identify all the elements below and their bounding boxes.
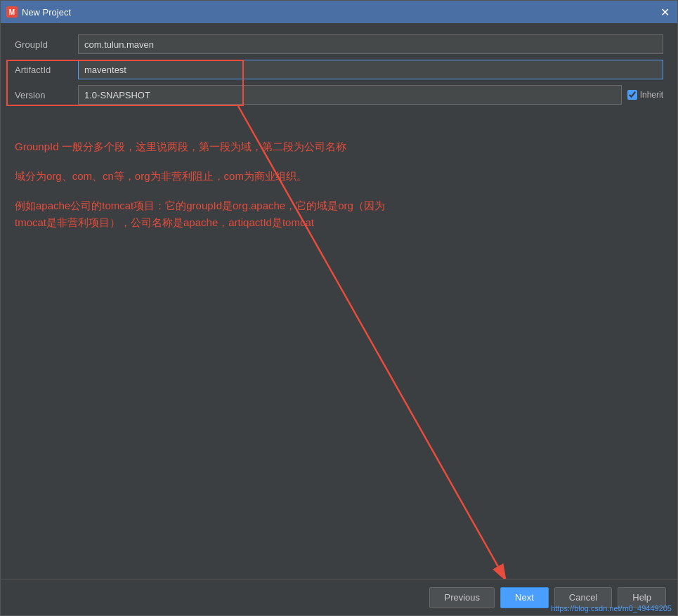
app-icon-label: M bbox=[9, 8, 15, 16]
inherit-label: Inherit bbox=[640, 90, 663, 100]
version-row: Version Inherit bbox=[15, 85, 663, 105]
footer-url: https://blog.csdn.net/m0_49449205 bbox=[551, 604, 672, 612]
annotation-line2: 域分为org、com、cn等，org为非营利阻止，com为商业组织。 bbox=[15, 168, 663, 185]
groupid-input-wrapper bbox=[78, 34, 663, 54]
new-project-window: M New Project ✕ GroupId ArtifactId Versi… bbox=[0, 0, 678, 616]
artifactid-row: ArtifactId bbox=[15, 60, 663, 79]
version-input[interactable] bbox=[78, 85, 622, 105]
version-label: Version bbox=[15, 90, 78, 100]
app-icon: M bbox=[6, 6, 18, 18]
artifactid-input-wrapper bbox=[78, 60, 663, 79]
inherit-wrapper: Inherit bbox=[627, 90, 663, 100]
annotation-line3: 例如apache公司的tomcat项目：它的groupId是org.apache… bbox=[15, 197, 663, 231]
groupid-label: GroupId bbox=[15, 39, 78, 50]
close-button[interactable]: ✕ bbox=[658, 5, 672, 19]
arrow-annotation bbox=[1, 23, 677, 579]
groupid-input[interactable] bbox=[78, 34, 663, 54]
title-bar-left: M New Project bbox=[6, 6, 71, 18]
previous-button[interactable]: Previous bbox=[429, 587, 495, 608]
artifactid-label: ArtifactId bbox=[15, 65, 78, 75]
title-bar: M New Project ✕ bbox=[1, 1, 677, 23]
window-title: New Project bbox=[22, 7, 71, 18]
annotation-line1: GrounpId 一般分多个段，这里说两段，第一段为域，第二段为公司名称 bbox=[15, 138, 663, 155]
next-button[interactable]: Next bbox=[500, 587, 549, 608]
version-input-wrapper: Inherit bbox=[78, 85, 663, 105]
artifactid-input[interactable] bbox=[78, 60, 663, 79]
inherit-checkbox[interactable] bbox=[627, 90, 637, 100]
annotation-area: GrounpId 一般分多个段，这里说两段，第一段为域，第二段为公司名称 域分为… bbox=[15, 131, 663, 238]
groupid-row: GroupId bbox=[15, 34, 663, 54]
footer: Previous Next Cancel Help https://blog.c… bbox=[1, 579, 677, 615]
content-area: GroupId ArtifactId Version Inherit bbox=[1, 23, 677, 579]
